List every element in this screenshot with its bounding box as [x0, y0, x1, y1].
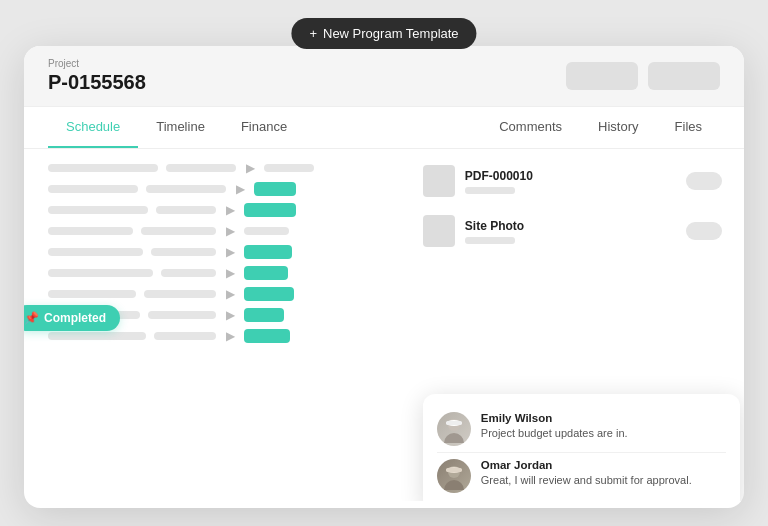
file-tag — [686, 222, 722, 240]
content-area: 📌 Completed ▶ ▶ — [24, 149, 744, 501]
arrow-icon: ▶ — [224, 224, 236, 238]
skel-text — [48, 248, 143, 256]
comment-body: Omar Jordan Great, I will review and sub… — [481, 459, 726, 488]
new-program-label: New Program Template — [323, 26, 459, 41]
file-list: PDF-000010 Site Photo — [413, 157, 732, 255]
file-name: PDF-000010 — [465, 169, 676, 183]
file-thumbnail — [423, 165, 455, 197]
skel-text — [48, 269, 153, 277]
project-id: P-0155568 — [48, 71, 146, 94]
skel-text — [264, 164, 314, 172]
plus-icon: + — [309, 26, 317, 41]
file-item[interactable]: PDF-000010 — [413, 157, 732, 205]
comment-text: Project budget updates are in. — [481, 426, 726, 441]
schedule-row: ▶ — [48, 182, 413, 196]
skel-text — [151, 248, 216, 256]
header-button-1[interactable] — [566, 62, 638, 90]
arrow-icon: ▶ — [224, 308, 236, 322]
tabs-row: Schedule Timeline Finance Comments Histo… — [24, 107, 744, 149]
file-info: PDF-000010 — [465, 169, 676, 194]
project-label: Project — [48, 58, 146, 69]
header-buttons — [566, 62, 720, 90]
file-thumbnail — [423, 215, 455, 247]
comment-author: Omar Jordan — [481, 459, 726, 471]
file-name: Site Photo — [465, 219, 676, 233]
app-wrapper: + New Program Template Project P-0155568… — [24, 18, 744, 508]
schedule-bar — [244, 203, 296, 217]
schedule-bar — [244, 266, 288, 280]
pin-icon: 📌 — [24, 311, 39, 325]
comment-body: Emily Wilson Project budget updates are … — [481, 412, 726, 441]
svg-point-0 — [444, 433, 464, 443]
arrow-icon: ▶ — [224, 245, 236, 259]
tab-timeline[interactable]: Timeline — [138, 107, 223, 148]
schedule-bar — [244, 308, 284, 322]
arrow-icon: ▶ — [224, 266, 236, 280]
left-panel: 📌 Completed ▶ ▶ — [24, 149, 413, 501]
file-subtitle — [465, 187, 515, 194]
schedule-bar — [244, 287, 294, 301]
file-info: Site Photo — [465, 219, 676, 244]
skel-text — [244, 227, 289, 235]
arrow-icon: ▶ — [224, 287, 236, 301]
skel-text — [48, 185, 138, 193]
comment-item: Emily Wilson Project budget updates are … — [437, 406, 726, 452]
avatar — [437, 459, 471, 493]
main-card: Project P-0155568 Schedule Timeline Fina… — [24, 46, 744, 508]
tab-history[interactable]: History — [580, 107, 656, 148]
file-item[interactable]: Site Photo — [413, 207, 732, 255]
schedule-row: ▶ — [48, 224, 413, 238]
project-info: Project P-0155568 — [48, 58, 146, 94]
schedule-bar — [244, 245, 292, 259]
skel-text — [146, 185, 226, 193]
tab-files[interactable]: Files — [657, 107, 720, 148]
schedule-row: ▶ — [48, 161, 413, 175]
skel-text — [48, 164, 158, 172]
svg-point-4 — [444, 480, 464, 490]
skel-text — [154, 332, 216, 340]
tab-comments[interactable]: Comments — [481, 107, 580, 148]
skel-text — [144, 290, 216, 298]
svg-rect-3 — [446, 421, 462, 425]
skel-text — [148, 311, 216, 319]
skel-text — [141, 227, 216, 235]
schedule-row: ▶ — [48, 245, 413, 259]
schedule-bar — [254, 182, 296, 196]
schedule-bar — [244, 329, 290, 343]
arrow-icon: ▶ — [234, 182, 246, 196]
comment-item: Omar Jordan Great, I will review and sub… — [437, 452, 726, 499]
schedule-row: ▶ — [48, 266, 413, 280]
project-header: Project P-0155568 — [24, 46, 744, 107]
comments-card: Emily Wilson Project budget updates are … — [423, 394, 740, 501]
tab-finance[interactable]: Finance — [223, 107, 305, 148]
comment-text: Great, I will review and submit for appr… — [481, 473, 726, 488]
skel-text — [48, 206, 148, 214]
file-subtitle — [465, 237, 515, 244]
skel-text — [161, 269, 216, 277]
arrow-icon: ▶ — [244, 161, 256, 175]
header-button-2[interactable] — [648, 62, 720, 90]
schedule-row: ▶ — [48, 329, 413, 343]
svg-rect-7 — [446, 468, 462, 472]
schedule-row: ▶ — [48, 287, 413, 301]
schedule-row: ▶ — [48, 203, 413, 217]
skel-text — [48, 227, 133, 235]
new-program-button[interactable]: + New Program Template — [291, 18, 476, 49]
completed-badge: 📌 Completed — [24, 305, 120, 331]
completed-label: Completed — [44, 311, 106, 325]
comment-author: Emily Wilson — [481, 412, 726, 424]
right-panel: PDF-000010 Site Photo — [413, 149, 744, 501]
arrow-icon: ▶ — [224, 329, 236, 343]
arrow-icon: ▶ — [224, 203, 236, 217]
file-tag — [686, 172, 722, 190]
skel-text — [48, 290, 136, 298]
tab-schedule[interactable]: Schedule — [48, 107, 138, 148]
avatar — [437, 412, 471, 446]
skel-text — [48, 332, 146, 340]
skel-text — [166, 164, 236, 172]
skel-text — [156, 206, 216, 214]
